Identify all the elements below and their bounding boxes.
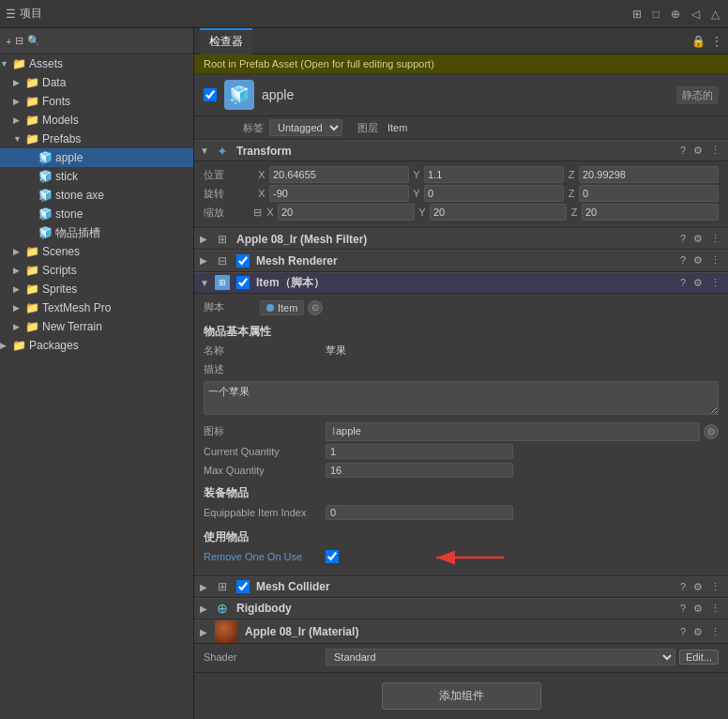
layer-value: Item bbox=[387, 122, 407, 133]
sidebar-item-stone[interactable]: 🧊stone bbox=[0, 205, 193, 223]
sidebar-item-packages[interactable]: ▶📁Packages bbox=[0, 336, 193, 355]
equip-index-input[interactable] bbox=[326, 505, 513, 520]
mesh-collider-settings[interactable]: ⚙ bbox=[691, 581, 705, 593]
mesh-collider-menu[interactable]: ⋮ bbox=[708, 581, 722, 593]
mesh-renderer-checkbox[interactable] bbox=[236, 254, 250, 268]
mesh-filter-menu[interactable]: ⋮ bbox=[708, 233, 722, 245]
item-component-checkbox[interactable] bbox=[236, 276, 250, 289]
sidebar-search-icon[interactable]: 🔍 bbox=[27, 35, 40, 47]
scale-z-input[interactable] bbox=[582, 204, 719, 221]
mesh-renderer-arrow: ▶ bbox=[200, 255, 211, 266]
mesh-filter-help[interactable]: ? bbox=[678, 233, 688, 245]
tree-label-apple: apple bbox=[55, 151, 83, 164]
material-body: Shader Standard Edit... bbox=[194, 644, 728, 673]
item-component-header[interactable]: ▼ ⊞ Item（脚本） ? ⚙ ⋮ bbox=[194, 272, 728, 294]
object-active-checkbox[interactable] bbox=[204, 88, 217, 101]
mesh-renderer-menu[interactable]: ⋮ bbox=[708, 254, 722, 267]
pos-z-input[interactable] bbox=[579, 166, 719, 183]
sidebar-tree: ▼📁Assets▶📁Data▶📁Fonts▶📁Models▼📁Prefabs🧊a… bbox=[0, 54, 193, 355]
sidebar-item-sprites[interactable]: ▶📁Sprites bbox=[0, 280, 193, 298]
toolbar-icon-3[interactable]: ⊕ bbox=[668, 6, 683, 23]
tree-label-stone_axe: stone axe bbox=[55, 189, 104, 202]
sidebar-item-fonts[interactable]: ▶📁Fonts bbox=[0, 92, 193, 111]
object-header: 🧊 apple 静态的 bbox=[194, 74, 728, 116]
mesh-renderer-header[interactable]: ▶ ⊟ Mesh Renderer ? ⚙ ⋮ bbox=[194, 250, 728, 271]
material-header[interactable]: ▶ Apple 08_lr (Material) ? ⚙ ⋮ bbox=[194, 620, 728, 644]
script-row: 脚本 Item ⊙ bbox=[204, 298, 719, 318]
add-component-button[interactable]: 添加组件 bbox=[382, 682, 541, 710]
max-qty-input[interactable] bbox=[326, 463, 513, 478]
sidebar-item-stone_axe[interactable]: 🧊stone axe bbox=[0, 186, 193, 205]
material-help[interactable]: ? bbox=[678, 626, 688, 638]
desc-textarea[interactable]: 一个苹果 bbox=[204, 381, 719, 415]
icon-select-btn[interactable]: ⊙ bbox=[704, 424, 719, 439]
material-title: Apple 08_lr (Material) bbox=[245, 625, 675, 638]
tag-select[interactable]: Untagged bbox=[269, 119, 342, 136]
item-settings[interactable]: ⚙ bbox=[691, 277, 705, 289]
rigidbody-settings[interactable]: ⚙ bbox=[691, 603, 705, 615]
mesh-filter-title: Apple 08_lr (Mesh Filter) bbox=[236, 233, 675, 246]
rigidbody-help[interactable]: ? bbox=[678, 603, 688, 615]
sidebar-add-icon[interactable]: + bbox=[6, 36, 11, 47]
rot-x-input[interactable] bbox=[269, 185, 409, 202]
material-menu[interactable]: ⋮ bbox=[708, 626, 722, 638]
icon-field: ⁞apple bbox=[326, 422, 700, 441]
tree-icon-apple: 🧊 bbox=[38, 150, 53, 165]
shader-select[interactable]: Standard bbox=[326, 649, 675, 665]
sidebar-item-prefabs[interactable]: ▼📁Prefabs bbox=[0, 130, 193, 148]
transform-section-header[interactable]: ▼ ✦ Transform ? ⚙ ⋮ bbox=[194, 140, 728, 161]
red-arrow-annotation bbox=[410, 543, 523, 572]
current-qty-input[interactable] bbox=[326, 444, 513, 459]
menu-icon[interactable]: ☰ bbox=[6, 8, 16, 21]
material-settings[interactable]: ⚙ bbox=[691, 626, 705, 638]
sidebar-item-scenes[interactable]: ▶📁Scenes bbox=[0, 242, 193, 261]
transform-menu-btn[interactable]: ⋮ bbox=[708, 145, 722, 157]
remove-one-checkbox[interactable] bbox=[326, 550, 339, 563]
sidebar-item-scripts[interactable]: ▶📁Scripts bbox=[0, 261, 193, 280]
item-menu[interactable]: ⋮ bbox=[708, 277, 722, 289]
script-select-btn[interactable]: ⊙ bbox=[308, 300, 323, 315]
lock-icon[interactable]: 🔒 bbox=[691, 35, 705, 48]
mesh-collider-help[interactable]: ? bbox=[678, 581, 688, 593]
sidebar-filter-icon[interactable]: ⊟ bbox=[15, 35, 23, 47]
current-qty-label: Current Quantity bbox=[204, 446, 326, 457]
sidebar-item-item_slots[interactable]: 🧊物品插槽 bbox=[0, 223, 193, 242]
item-help[interactable]: ? bbox=[678, 277, 688, 289]
sidebar-item-data[interactable]: ▶📁Data bbox=[0, 73, 193, 92]
mesh-renderer-help[interactable]: ? bbox=[678, 254, 688, 267]
mesh-filter-settings[interactable]: ⚙ bbox=[691, 233, 705, 245]
name-row: 名称 苹果 bbox=[204, 342, 719, 360]
item-script-icon: ⊞ bbox=[215, 275, 230, 290]
edit-button[interactable]: Edit... bbox=[679, 650, 719, 665]
rigidbody-header[interactable]: ▶ ⊕ Rigidbody ? ⚙ ⋮ bbox=[194, 598, 728, 620]
mesh-renderer-settings[interactable]: ⚙ bbox=[691, 254, 705, 267]
pos-y-input[interactable] bbox=[424, 166, 564, 183]
toolbar-icon-1[interactable]: ⊞ bbox=[629, 6, 645, 23]
sidebar-item-textmesh_pro[interactable]: ▶📁TextMesh Pro bbox=[0, 298, 193, 317]
sidebar-item-apple[interactable]: 🧊apple bbox=[0, 148, 193, 167]
tree-icon-fonts: 📁 bbox=[24, 94, 39, 109]
sidebar-item-new_terrain[interactable]: ▶📁New Terrain bbox=[0, 317, 193, 336]
sidebar-item-models[interactable]: ▶📁Models bbox=[0, 111, 193, 130]
pos-x-input[interactable] bbox=[269, 166, 409, 183]
sidebar-item-assets[interactable]: ▼📁Assets bbox=[0, 54, 193, 73]
scale-x-input[interactable] bbox=[278, 204, 415, 221]
rot-z-input[interactable] bbox=[579, 185, 719, 202]
inspector-menu-icon[interactable]: ⋮ bbox=[711, 35, 722, 48]
tree-icon-packages: 📁 bbox=[11, 338, 26, 353]
toolbar-icon-5[interactable]: △ bbox=[708, 6, 722, 23]
mesh-filter-header[interactable]: ▶ ⊞ Apple 08_lr (Mesh Filter) ? ⚙ ⋮ bbox=[194, 228, 728, 250]
transform-help-btn[interactable]: ? bbox=[678, 145, 688, 157]
rigidbody-title: Rigidbody bbox=[236, 602, 675, 615]
tab-inspector[interactable]: 检查器 bbox=[200, 28, 252, 54]
mesh-collider-header[interactable]: ▶ ⊞ Mesh Collider ? ⚙ ⋮ bbox=[194, 576, 728, 598]
use-item-title: 使用物品 bbox=[204, 526, 719, 547]
rot-y-input[interactable] bbox=[424, 185, 564, 202]
scale-y-input[interactable] bbox=[430, 204, 567, 221]
toolbar-icon-2[interactable]: □ bbox=[650, 6, 662, 23]
sidebar-item-stick[interactable]: 🧊stick bbox=[0, 167, 193, 186]
transform-settings-btn[interactable]: ⚙ bbox=[691, 145, 705, 157]
rigidbody-menu[interactable]: ⋮ bbox=[708, 603, 722, 615]
toolbar-icon-4[interactable]: ◁ bbox=[689, 6, 703, 23]
mesh-collider-checkbox[interactable] bbox=[236, 580, 250, 593]
